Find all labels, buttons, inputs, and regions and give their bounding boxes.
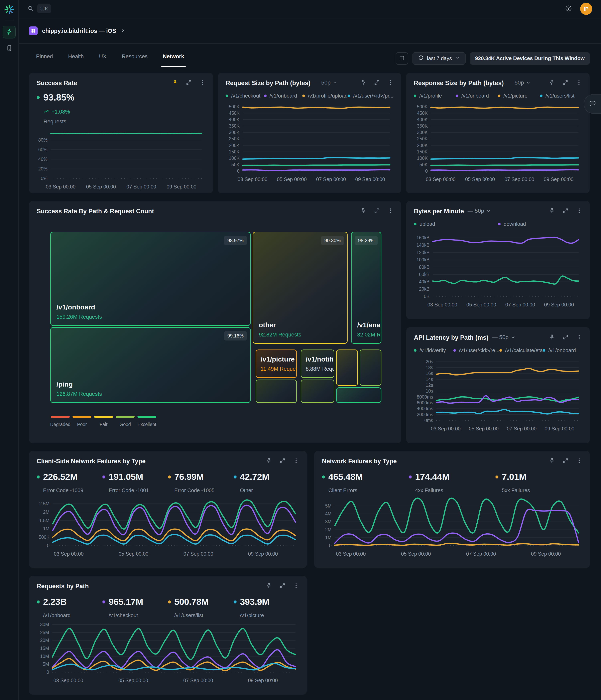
avatar[interactable]: IP bbox=[580, 3, 592, 15]
legend-item[interactable]: /v1/checkout bbox=[226, 93, 264, 99]
legend-item[interactable]: /v1/id/verify bbox=[414, 347, 453, 353]
kebab-menu-icon[interactable] bbox=[576, 334, 582, 340]
tab-resources[interactable]: Resources bbox=[122, 48, 148, 69]
pin-icon[interactable] bbox=[549, 458, 555, 464]
layout-grid-button[interactable] bbox=[396, 52, 408, 65]
kebab-menu-icon[interactable] bbox=[387, 79, 394, 85]
success-rate-chart[interactable]: 80%60%40%20%0%03 Sep 00:0005 Sep 00:0007… bbox=[37, 128, 205, 191]
svg-text:5M: 5M bbox=[43, 661, 49, 667]
request-size-chart[interactable]: 500K450K400K350K300K250K200K150K100K50K0… bbox=[226, 101, 394, 184]
kebab-menu-icon[interactable] bbox=[387, 208, 394, 214]
legend-item[interactable]: upload bbox=[414, 221, 498, 227]
breadcrumb-app-name[interactable]: chippy.io.bitdrift.ios — iOS bbox=[42, 28, 116, 34]
chevron-right-icon[interactable] bbox=[121, 28, 126, 34]
treemap-cell--ping[interactable]: 99.16%/ping126.87M Requests bbox=[50, 327, 251, 403]
tab-pinned[interactable]: Pinned bbox=[36, 48, 53, 69]
api-latency-chart[interactable]: 20s18s16s14s12s10s8000ms6000ms4000ms2000… bbox=[414, 356, 582, 433]
expand-icon[interactable] bbox=[374, 79, 380, 85]
treemap-cell--v1-anal-[interactable]: 98.29%/v1/anal...32.02M Re... bbox=[351, 232, 381, 344]
legend-item[interactable]: /v1/profile/upload bbox=[302, 93, 348, 99]
clock-icon bbox=[418, 55, 424, 62]
pin-icon[interactable] bbox=[549, 334, 555, 340]
svg-text:03 Sep 00:00: 03 Sep 00:00 bbox=[54, 551, 84, 557]
legend-item[interactable]: download bbox=[498, 221, 582, 227]
search-input[interactable]: ⌘K bbox=[28, 4, 51, 13]
pin-icon[interactable] bbox=[172, 79, 178, 85]
sidebar-item-realtime[interactable] bbox=[3, 26, 16, 39]
expand-icon[interactable] bbox=[374, 208, 380, 214]
legend-item[interactable]: /v1/users/list bbox=[540, 93, 582, 99]
treemap-cell[interactable] bbox=[359, 350, 381, 386]
kebab-menu-icon[interactable] bbox=[576, 458, 582, 464]
percentile-select[interactable]: — 50p bbox=[314, 79, 337, 86]
percentile-select[interactable]: — 50p bbox=[507, 79, 531, 86]
pin-icon[interactable] bbox=[360, 208, 366, 214]
expand-icon[interactable] bbox=[562, 334, 569, 340]
treemap-cell--v1-picture[interactable]: /v1/picture11.49M Requests bbox=[256, 350, 297, 378]
response-size-chart[interactable]: 500K450K400K350K300K250K200K150K100K50K0… bbox=[414, 101, 582, 184]
kebab-menu-icon[interactable] bbox=[293, 583, 299, 589]
svg-text:2000ms: 2000ms bbox=[417, 412, 433, 417]
percentile-select[interactable]: — 50p bbox=[468, 208, 491, 214]
topbar: ⌘K IP bbox=[19, 0, 601, 18]
svg-text:250K: 250K bbox=[417, 136, 428, 142]
treemap-legend: Degraded Poor Fair Good Excellent bbox=[50, 416, 394, 427]
tabs-row: Pinned Health UX Resources Network last … bbox=[19, 44, 601, 73]
expand-icon[interactable] bbox=[186, 79, 192, 85]
pin-icon[interactable] bbox=[549, 79, 555, 85]
expand-icon[interactable] bbox=[562, 458, 569, 464]
legend-item[interactable]: /v1/calculate/eta bbox=[499, 347, 543, 353]
svg-text:03 Sep 00:00: 03 Sep 00:00 bbox=[336, 551, 366, 557]
svg-text:03 Sep 00:00: 03 Sep 00:00 bbox=[431, 426, 460, 431]
svg-text:03 Sep 00:00: 03 Sep 00:00 bbox=[237, 176, 268, 182]
expand-icon[interactable] bbox=[562, 208, 569, 214]
network-failures-chart[interactable]: 5M4M3M2M1M003 Sep 00:0005 Sep 00:0007 Se… bbox=[322, 497, 582, 558]
svg-text:350K: 350K bbox=[417, 123, 428, 129]
legend-item[interactable]: /v1/onboard bbox=[264, 93, 302, 99]
legend-item[interactable]: /v1/user/<id>/pr... bbox=[348, 93, 394, 99]
pin-icon[interactable] bbox=[266, 583, 272, 589]
bitdrift-logo-icon bbox=[4, 4, 15, 15]
svg-text:03 Sep 00:00: 03 Sep 00:00 bbox=[53, 678, 83, 683]
tab-ux[interactable]: UX bbox=[99, 48, 106, 69]
expand-icon[interactable] bbox=[279, 458, 285, 464]
pin-icon[interactable] bbox=[549, 208, 555, 214]
expand-icon[interactable] bbox=[279, 583, 285, 589]
pin-icon[interactable] bbox=[266, 458, 272, 464]
kebab-menu-icon[interactable] bbox=[576, 79, 582, 85]
time-range-select[interactable]: last 7 days bbox=[412, 52, 466, 65]
sidebar-item-devices[interactable] bbox=[3, 42, 16, 55]
svg-text:400K: 400K bbox=[417, 117, 428, 122]
legend-item[interactable]: /v1/profile bbox=[414, 93, 456, 99]
expand-icon[interactable] bbox=[562, 79, 568, 85]
legend-item[interactable]: /v1/onboard bbox=[456, 93, 498, 99]
pin-icon[interactable] bbox=[360, 79, 366, 85]
svg-text:16s: 16s bbox=[426, 371, 433, 376]
legend-item[interactable]: /v1/user/<id>/re... bbox=[453, 347, 499, 353]
requests-by-path-chart[interactable]: 30M25M20M15M10M5M003 Sep 00:0005 Sep 00:… bbox=[37, 622, 299, 685]
tab-health[interactable]: Health bbox=[68, 48, 84, 69]
treemap-cell-other[interactable]: 90.30%other92.82M Requests bbox=[253, 232, 348, 344]
kebab-menu-icon[interactable] bbox=[576, 208, 582, 214]
percentile-select[interactable]: — 50p bbox=[492, 334, 516, 341]
treemap-cell[interactable] bbox=[336, 388, 381, 403]
treemap-cell[interactable] bbox=[301, 379, 334, 403]
bytes-per-minute-chart[interactable]: 160kB140kB120kB100kB80kB60kB40kB20kB0B03… bbox=[414, 229, 582, 309]
treemap-cell[interactable] bbox=[256, 379, 297, 403]
svg-text:12s: 12s bbox=[426, 382, 433, 388]
svg-text:07 Sep 00:00: 07 Sep 00:00 bbox=[505, 302, 535, 307]
svg-text:60%: 60% bbox=[38, 147, 48, 152]
tab-network[interactable]: Network bbox=[163, 48, 184, 69]
legend-item[interactable]: /v1/onboard bbox=[543, 347, 582, 353]
svg-text:0%: 0% bbox=[41, 176, 48, 181]
treemap-cell--v1-onboard[interactable]: 98.97%/v1/onboard159.26M Requests bbox=[50, 232, 251, 326]
svg-text:05 Sep 00:00: 05 Sep 00:00 bbox=[401, 551, 431, 557]
client-failures-chart[interactable]: 2.5M2M1.5M1M500K003 Sep 00:0005 Sep 00:0… bbox=[37, 497, 299, 558]
kebab-menu-icon[interactable] bbox=[199, 79, 205, 85]
svg-text:05 Sep 00:00: 05 Sep 00:00 bbox=[465, 176, 495, 182]
treemap-cell[interactable] bbox=[336, 350, 358, 386]
treemap-cell--v1-notifi-[interactable]: /v1/notifi...8.88M Requ... bbox=[301, 350, 334, 378]
kebab-menu-icon[interactable] bbox=[293, 458, 299, 464]
help-icon[interactable] bbox=[565, 5, 572, 13]
legend-item[interactable]: /v1/picture bbox=[498, 93, 540, 99]
